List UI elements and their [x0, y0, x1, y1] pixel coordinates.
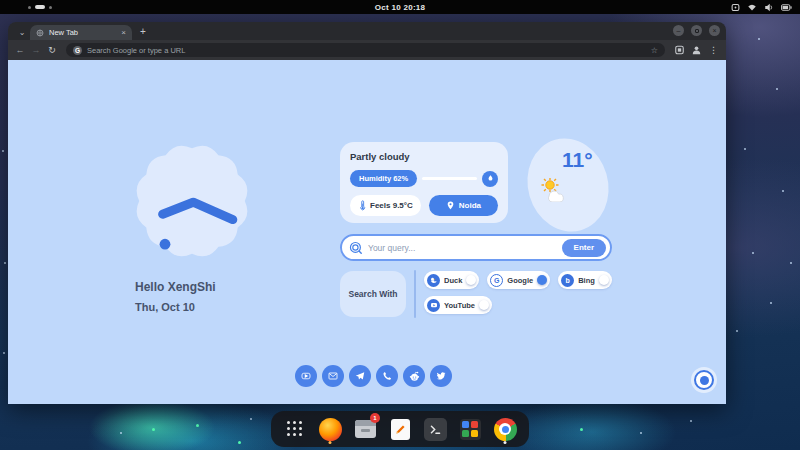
dock: 1: [271, 411, 529, 447]
weather-card: Partly cloudy Humidity 62% Feels 9.5°C: [340, 142, 508, 223]
address-bar-placeholder: Search Google or type a URL: [87, 46, 646, 55]
close-button[interactable]: ×: [709, 25, 720, 36]
humidity-pill: Humidity 62%: [350, 170, 417, 187]
date-text: Thu, Oct 10: [135, 301, 195, 313]
keyboard-indicator-icon: [731, 3, 740, 12]
email-icon: [327, 370, 339, 382]
system-tray[interactable]: [731, 0, 792, 14]
droplet-icon: [482, 171, 498, 187]
search-input[interactable]: [368, 243, 557, 253]
battery-icon: [781, 3, 792, 12]
forward-button[interactable]: →: [30, 45, 42, 55]
ntp-search-bar[interactable]: Enter: [340, 234, 612, 261]
back-button[interactable]: ←: [14, 45, 26, 55]
engine-radio-youtube[interactable]: [479, 300, 489, 310]
telegram-link[interactable]: [349, 365, 371, 387]
location-pill[interactable]: Noida: [429, 195, 498, 216]
engine-row: YouTube: [424, 296, 634, 314]
app-tiles-icon: [460, 419, 481, 440]
engine-radio-bing[interactable]: [599, 275, 609, 285]
engine-label: Bing: [578, 276, 595, 285]
engine-option-bing[interactable]: b Bing: [558, 271, 612, 289]
refresh-button[interactable]: ↻: [46, 45, 58, 55]
tab-groups-icon[interactable]: [673, 45, 686, 55]
new-tab-page: Hello XengShi Thu, Oct 10 Partly cloudy …: [8, 60, 726, 404]
location-text: Noida: [459, 201, 481, 210]
text-editor-icon: [391, 419, 410, 440]
engine-label: Google: [507, 276, 533, 285]
engine-option-google[interactable]: G Google: [487, 271, 550, 289]
location-pin-icon: [446, 200, 455, 211]
running-indicator: [504, 441, 507, 444]
browser-toolbar: ← → ↻ G Search Google or type a URL ☆ ⋮: [8, 40, 726, 60]
dock-app-tiles-button[interactable]: [458, 415, 482, 443]
globe-icon: [36, 29, 44, 37]
tab-search-button[interactable]: ⌄: [14, 25, 30, 40]
ntp-menu-dot: [700, 376, 709, 385]
ntp-menu-button[interactable]: [694, 370, 714, 390]
search-enter-button[interactable]: Enter: [562, 239, 606, 257]
engine-label: Duck: [444, 276, 462, 285]
window-controls: – ×: [673, 25, 720, 36]
running-indicator: [329, 441, 332, 444]
youtube-icon: [300, 370, 312, 382]
analog-clock-widget: [132, 140, 252, 262]
reddit-icon: [408, 370, 421, 383]
temperature-value: 11°: [562, 148, 593, 172]
minimize-button[interactable]: –: [673, 25, 684, 36]
bing-icon: b: [561, 274, 574, 287]
engine-radio-google[interactable]: [537, 275, 547, 285]
google-icon: G: [490, 274, 503, 287]
email-link[interactable]: [322, 365, 344, 387]
workspace-indicator[interactable]: [28, 0, 52, 14]
browser-menu-button[interactable]: ⋮: [707, 45, 720, 55]
search-with-label-card: Search With: [340, 271, 406, 317]
greeting-text: Hello XengShi: [135, 280, 216, 294]
social-links-row: [295, 365, 452, 387]
dock-text-editor-button[interactable]: [388, 415, 412, 443]
humidity-row: Humidity 62%: [350, 170, 498, 187]
system-top-bar: Oct 10 20:18: [0, 0, 800, 14]
desktop: Oct 10 20:18 ⌄ New Tab × + – × ←: [0, 0, 800, 450]
maximize-icon: [695, 29, 699, 33]
profile-avatar-icon[interactable]: [690, 45, 703, 55]
youtube-link[interactable]: [295, 365, 317, 387]
thermometer-icon: [358, 200, 367, 211]
bookmark-star-icon[interactable]: ☆: [651, 46, 658, 55]
tab-close-button[interactable]: ×: [121, 29, 126, 37]
dock-app-grid-button[interactable]: [283, 415, 307, 443]
search-with-divider: [414, 270, 416, 318]
engine-option-youtube[interactable]: YouTube: [424, 296, 492, 314]
dock-firefox-button[interactable]: [318, 415, 342, 443]
tab-strip: ⌄ New Tab × + – ×: [8, 22, 726, 40]
whatsapp-icon: [381, 370, 393, 382]
twitter-link[interactable]: [430, 365, 452, 387]
chevron-down-icon: ⌄: [19, 28, 26, 37]
sun-cloud-icon: [540, 178, 570, 202]
volume-icon: [764, 3, 774, 12]
twitter-icon: [435, 370, 447, 382]
search-with-label: Search With: [348, 289, 397, 299]
new-tab-button[interactable]: +: [140, 26, 146, 38]
feels-like-pill: Feels 9.5°C: [350, 195, 421, 216]
address-bar[interactable]: G Search Google or type a URL ☆: [66, 43, 665, 57]
dock-archive-manager-button[interactable]: 1: [353, 415, 377, 443]
engine-option-duck[interactable]: Duck: [424, 271, 479, 289]
maximize-button[interactable]: [691, 25, 702, 36]
system-clock[interactable]: Oct 10 20:18: [375, 3, 426, 12]
wifi-icon: [747, 3, 757, 12]
search-icon: [349, 241, 363, 255]
dock-chrome-button[interactable]: [493, 415, 517, 443]
engine-radio-duck[interactable]: [466, 275, 476, 285]
reddit-link[interactable]: [403, 365, 425, 387]
chrome-icon: [494, 418, 517, 441]
engine-row: Duck G Google b Bing: [424, 271, 634, 289]
whatsapp-link[interactable]: [376, 365, 398, 387]
app-grid-icon: [287, 421, 303, 437]
dock-terminal-button[interactable]: [423, 415, 447, 443]
firefox-icon: [319, 418, 342, 441]
weather-condition: Partly cloudy: [350, 151, 498, 162]
tab-title: New Tab: [49, 28, 116, 37]
search-engine-options: Duck G Google b Bing: [424, 271, 634, 321]
tab-new-tab[interactable]: New Tab ×: [30, 25, 132, 40]
